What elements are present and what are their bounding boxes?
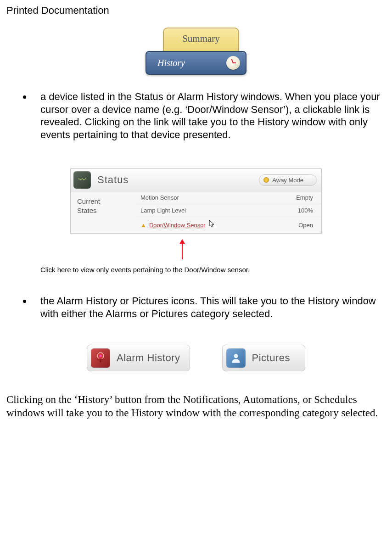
warning-icon: ▲ (140, 222, 146, 229)
tab-history-label: History (157, 58, 185, 68)
svg-rect-5 (100, 360, 101, 363)
svg-point-6 (234, 354, 238, 358)
pictures-button[interactable]: Pictures (222, 345, 305, 371)
tab-summary[interactable]: Summary (163, 28, 239, 51)
svg-point-3 (99, 355, 101, 357)
device-value: 100% (298, 207, 313, 214)
bullet-item-2: the Alarm History or Pictures icons. Thi… (32, 295, 386, 320)
table-row: Lamp Light Level 100% (136, 204, 321, 217)
mode-pill[interactable]: Away Mode (259, 174, 317, 186)
pictures-label: Pictures (252, 352, 290, 364)
device-name[interactable]: Motion Sensor (140, 194, 179, 201)
alarm-history-label: Alarm History (117, 352, 180, 364)
cursor-icon (208, 220, 216, 230)
svg-marker-1 (179, 239, 185, 244)
tabs-figure: Summary History (6, 28, 386, 75)
closing-paragraph: Clicking on the ‘History’ button from th… (6, 393, 386, 420)
arrow-up-icon (178, 239, 187, 259)
clock-icon (226, 56, 240, 70)
status-icon: 〰 (73, 171, 91, 189)
person-icon (226, 348, 246, 368)
figure-caption: Click here to view only events pertainin… (40, 266, 386, 274)
device-value: Empty (296, 194, 313, 201)
device-name[interactable]: Lamp Light Level (140, 207, 186, 214)
arrow-annotation (6, 239, 386, 259)
svg-rect-4 (97, 358, 104, 360)
table-row: Motion Sensor Empty (136, 191, 321, 204)
alarm-history-button[interactable]: Alarm History (87, 345, 190, 371)
device-value: Open (298, 222, 313, 229)
status-section-label: Current States (71, 191, 136, 233)
device-link[interactable]: Door/Window Sensor (149, 222, 206, 229)
status-header: 〰 Status Away Mode (71, 169, 321, 191)
tab-history[interactable]: History (146, 51, 246, 75)
page-header: Printed Documentation (6, 5, 386, 17)
status-panel: 〰 Status Away Mode Current States Motion… (70, 168, 322, 234)
status-dot-icon (264, 178, 269, 182)
status-title: Status (97, 174, 129, 186)
table-row: ▲ Door/Window Sensor Open (136, 217, 321, 233)
status-table: Motion Sensor Empty Lamp Light Level 100… (136, 191, 321, 233)
bullet-item-1: a device listed in the Status or Alarm H… (32, 90, 386, 141)
mode-label: Away Mode (272, 177, 303, 184)
pulse-icon: 〰 (78, 175, 86, 185)
alarm-bell-icon (91, 348, 110, 368)
